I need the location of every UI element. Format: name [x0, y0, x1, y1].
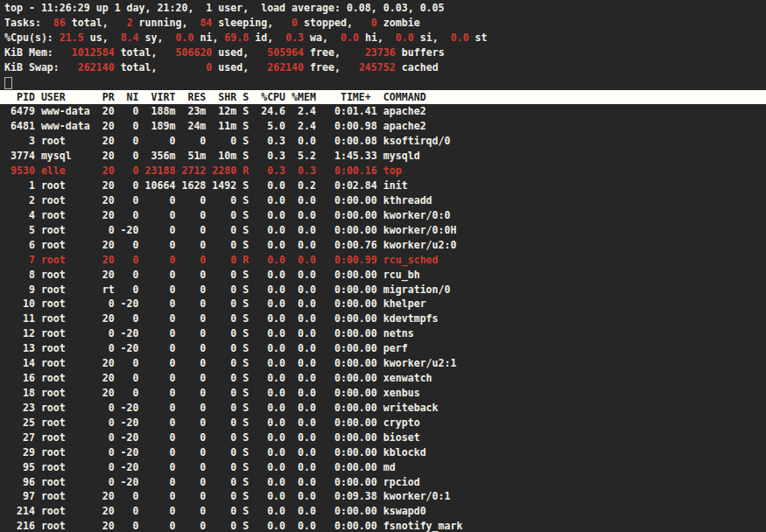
cpu-line-segment: 0.0	[396, 32, 414, 44]
process-row: 6 root 20 0 0 0 0 S 0.0 0.0 0:00.76 kwor…	[4, 238, 766, 253]
swap-line-segment: cached	[396, 61, 439, 74]
swap-line-segment: used,	[212, 61, 267, 74]
swap-line-segment: total,	[115, 61, 207, 74]
mem-line-segment: used,	[212, 46, 267, 59]
mem-line-segment: 506620	[175, 46, 212, 59]
cpu-line-segment: 0.0	[175, 32, 193, 44]
terminal[interactable]: top - 11:26:29 up 1 day, 21:20, 1 user, …	[0, 0, 766, 532]
process-row: 214 root 20 0 0 0 0 S 0.0 0.0 0:00.00 ks…	[4, 504, 766, 519]
swap-line-segment: 262140	[267, 61, 304, 74]
mem-line-segment: free,	[304, 46, 365, 59]
process-row: 7 root 20 0 0 0 0 R 0.0 0.0 0:00.99 rcu_…	[4, 253, 766, 268]
process-row: 16 root 20 0 0 0 0 S 0.0 0.0 0:00.00 xen…	[4, 371, 766, 386]
uptime-line-segment: top - 11:26:29 up 1 day, 21:20, 1 user, …	[4, 2, 445, 14]
cpu-line-segment: us,	[84, 32, 121, 44]
process-row: 96 root 0 -20 0 0 0 S 0.0 0.0 0:00.00 rp…	[4, 475, 766, 490]
process-row: 9 root rt 0 0 0 0 S 0.0 0.0 0:00.00 migr…	[4, 283, 766, 298]
process-row: 12 root 0 -20 0 0 0 S 0.0 0.0 0:00.00 ne…	[4, 326, 766, 341]
summary-area: top - 11:26:29 up 1 day, 21:20, 1 user, …	[4, 1, 766, 75]
mem-line-segment: 23736	[365, 46, 396, 59]
tasks-line-segment: 2	[127, 17, 133, 29]
tasks-line-segment: zombie	[377, 17, 420, 29]
process-row: 18 root 20 0 0 0 0 S 0.0 0.0 0:00.00 xen…	[4, 386, 766, 401]
process-table-body: 6479 www-data 20 0 188m 23m 12m S 24.6 2…	[4, 104, 766, 532]
swap-line: KiB Swap: 262140 total, 0 used, 262140 f…	[4, 60, 766, 75]
swap-line-segment: free,	[304, 61, 359, 74]
cpu-line-segment: id,	[249, 32, 285, 44]
cpu-line: %Cpu(s): 21.5 us, 8.4 sy, 0.0 ni, 69.8 i…	[4, 31, 766, 46]
cpu-line-segment: sy,	[139, 32, 176, 44]
process-row: 10 root 0 -20 0 0 0 S 0.0 0.0 0:00.00 kh…	[4, 297, 766, 312]
process-row: 3774 mysql 20 0 356m 51m 10m S 0.3 5.2 1…	[4, 149, 766, 164]
process-row: 6479 www-data 20 0 188m 23m 12m S 24.6 2…	[4, 104, 766, 119]
tasks-line-segment: total,	[66, 17, 127, 29]
mem-line-segment: 1012584	[72, 46, 115, 59]
process-row: 3 root 20 0 0 0 0 S 0.3 0.0 0:00.08 ksof…	[4, 134, 766, 149]
cpu-line-segment: hi,	[359, 32, 396, 44]
tasks-line-segment: 84	[200, 17, 212, 29]
mem-line-segment: buffers	[396, 46, 445, 59]
process-row: 14 root 20 0 0 0 0 S 0.0 0.0 0:00.00 kwo…	[4, 356, 766, 371]
tasks-line-segment: stopped,	[298, 17, 371, 29]
tasks-line-segment: sleeping,	[212, 17, 292, 29]
cpu-line-segment: 0.0	[341, 32, 359, 44]
terminal-cursor	[4, 77, 12, 89]
tasks-line: Tasks: 86 total, 2 running, 84 sleeping,…	[4, 16, 766, 31]
tasks-line-segment: Tasks:	[4, 17, 53, 29]
swap-line-segment: KiB Swap:	[4, 61, 78, 74]
cpu-line-segment: wa,	[304, 32, 341, 44]
process-row: 1 root 20 0 10664 1628 1492 S 0.0 0.2 0:…	[4, 178, 766, 193]
process-row: 5 root 0 -20 0 0 0 S 0.0 0.0 0:00.00 kwo…	[4, 223, 766, 238]
cpu-line-segment: %Cpu(s):	[4, 32, 60, 44]
process-row: 13 root 0 -20 0 0 0 S 0.0 0.0 0:00.00 pe…	[4, 341, 766, 356]
process-row: 23 root 0 -20 0 0 0 S 0.0 0.0 0:00.00 wr…	[4, 401, 766, 416]
cpu-line-segment: st	[469, 32, 488, 44]
process-row: 6481 www-data 20 0 189m 24m 11m S 5.0 2.…	[4, 119, 766, 134]
process-row: 11 root 20 0 0 0 0 S 0.0 0.0 0:00.00 kde…	[4, 312, 766, 326]
swap-line-segment: 262140	[78, 61, 115, 74]
process-row: 216 root 20 0 0 0 0 S 0.0 0.0 0:00.00 fs…	[4, 519, 766, 532]
cpu-line-segment: 0.3	[285, 32, 304, 44]
process-row: 4 root 20 0 0 0 0 S 0.0 0.0 0:00.00 kwor…	[4, 208, 766, 223]
mem-line-segment: total,	[115, 46, 176, 59]
process-row: 29 root 0 -20 0 0 0 S 0.0 0.0 0:00.00 kb…	[4, 445, 766, 460]
process-row: 25 root 0 -20 0 0 0 S 0.0 0.0 0:00.00 cr…	[4, 416, 766, 430]
mem-line-segment: KiB Mem:	[4, 46, 72, 59]
process-table-header: PID USER PR NI VIRT RES SHR S %CPU %MEM …	[0, 90, 766, 105]
swap-line-segment: 245752	[359, 61, 396, 74]
cursor-line	[4, 75, 766, 90]
tasks-line-segment: 86	[53, 17, 66, 29]
cpu-line-segment: ni,	[193, 32, 224, 44]
mem-line: KiB Mem: 1012584 total, 506620 used, 505…	[4, 46, 766, 60]
cpu-line-segment: 0.0	[451, 32, 469, 44]
uptime-line: top - 11:26:29 up 1 day, 21:20, 1 user, …	[4, 1, 766, 16]
tasks-line-segment: running,	[133, 17, 200, 29]
process-row: 97 root 20 0 0 0 0 S 0.0 0.0 0:09.38 kwo…	[4, 489, 766, 504]
cpu-line-segment: si,	[414, 32, 451, 44]
cpu-line-segment: 21.5	[60, 32, 84, 44]
mem-line-segment: 505964	[267, 46, 304, 59]
tasks-line-segment: 0	[371, 17, 377, 29]
cpu-line-segment: 8.4	[121, 32, 139, 44]
process-row: 95 root 0 -20 0 0 0 S 0.0 0.0 0:00.00 md	[4, 460, 766, 475]
cpu-line-segment: 69.8	[224, 32, 249, 44]
process-row: 9530 elle 20 0 23188 2712 2280 R 0.3 0.3…	[4, 164, 766, 178]
process-row: 2 root 20 0 0 0 0 S 0.0 0.0 0:00.00 kthr…	[4, 193, 766, 208]
process-row: 8 root 20 0 0 0 0 S 0.0 0.0 0:00.00 rcu_…	[4, 268, 766, 283]
process-row: 27 root 0 -20 0 0 0 S 0.0 0.0 0:00.00 bi…	[4, 430, 766, 445]
